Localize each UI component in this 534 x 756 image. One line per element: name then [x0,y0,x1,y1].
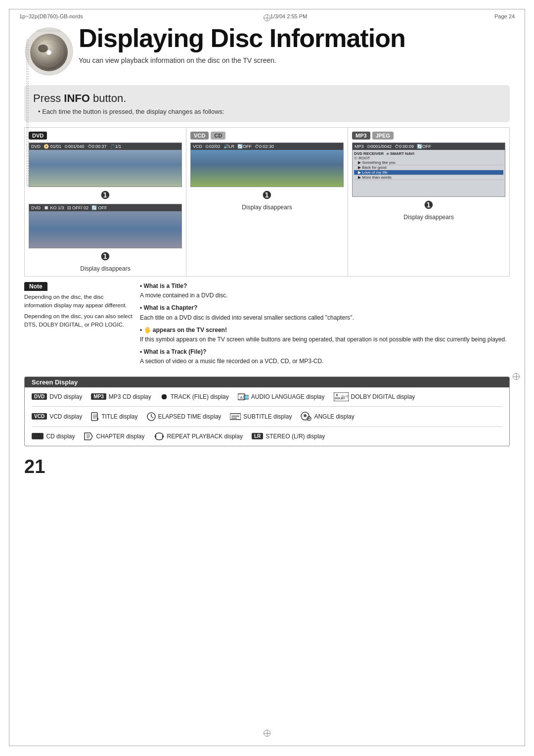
mp3-panel: MP3 JPEG MP3⊙0001/0042⏱0:00:09🔄OFF DVD R… [348,128,509,276]
sd-mp3-label: MP3 CD display [109,393,151,400]
dvd-screen2-bar: DVD🔲 KO 1/3⊟ OFF/ 02🔄 OFF [29,204,181,211]
mp3-display-disappears: Display disappears [352,214,505,221]
dvd-screen2: DVD🔲 KO 1/3⊟ OFF/ 02🔄 OFF [29,204,182,248]
meta-page: Page 24 [494,13,515,19]
note-body: Depending on the disc, the disc informat… [24,293,133,329]
panels-row: DVD DVD📀 01/01⊙001/040⏱0:00:37🎵1/1 ❶ DVD… [24,127,510,277]
mp3-screen-list: DVD RECEIVER e SMART NAVI ⊂ ROOT ▶ Somet… [353,150,505,196]
note-box: Note Depending on the disc, the disc inf… [24,282,133,370]
svg-text:🌐: 🌐 [244,395,248,399]
sd-angle-label: ANGLE display [314,413,354,420]
track-icon: ⏺ [160,392,168,401]
title-icon [91,412,99,421]
meta-date: 1/3/04 2:55 PM [270,13,308,19]
mp3-item2: ▶ Back for good [354,165,503,170]
info-section: Press INFO button. • Each time the butto… [24,85,510,122]
sd-vcd-label: VCD display [49,413,82,420]
sd-chapter-label: CHAPTER display [96,433,144,440]
fact-track-label: • What is a Track (File)? [140,348,206,355]
sd-divider-2 [32,426,502,427]
title-block: Displaying Disc Information You can view… [79,24,510,64]
dvd-screen1-bar: DVD📀 01/01⊙001/040⏱0:00:37🎵1/1 [29,143,181,150]
sd-divider-1 [32,406,502,407]
sd-row-2: VCD VCD display TITLE display [32,412,502,422]
vcd-screen1: VCD⊙02/02🔊LR🔄OFF⏱0:02:30 [190,142,344,187]
fact-title-label: • What is a Title? [140,283,187,289]
dvd-display-disappears: Display disappears [29,265,182,272]
angle-icon [301,412,312,422]
fact-chapter-label: • What is a Chapter? [140,304,197,311]
mp3-screen1-bar: MP3⊙0001/0042⏱0:00:09🔄OFF [353,143,505,150]
sd-elapsed-label: ELAPSED TIME display [158,413,222,420]
sd-cd-badge: CD [32,433,44,439]
fact-track-text: A section of video or a music file recor… [140,358,323,365]
sd-row-3: CD CD display CHAPTER display [32,432,502,441]
page-number: 21 [9,451,525,482]
sd-cd-label: CD display [46,433,75,440]
dvd-landscape1 [29,150,181,187]
svg-point-30 [304,414,307,417]
mp3-badge: MP3 [352,132,370,140]
sd-title-label: TITLE display [101,413,137,420]
dvd-landscape2 [29,211,181,248]
sd-dvd-badge: DVD [32,393,47,400]
note-point-2: Depending on the disc, you can also sele… [24,312,133,330]
dolby-icon: X DOLBY D·I·G·I·T·A·L [334,392,349,401]
svg-point-7 [46,50,51,55]
fact-track: • What is a Track (File)? A section of v… [140,347,510,366]
elapsed-icon [147,412,156,421]
sd-stereo-label: STEREO (L/R) display [266,433,325,440]
sd-dolby-label: DOLBY DIGITAL display [351,393,415,400]
sd-subtitle: SUBTITLE display [230,413,292,421]
svg-line-25 [151,417,153,418]
binary-decoration: 0101010101010101010101010101010101010101… [18,39,29,188]
fact-chapter-text: Each title on a DVD disc is divided into… [140,314,354,321]
sd-row-1: DVD DVD display MP3 MP3 CD display ⏺ TRA… [32,392,502,401]
mp3-item4: ▶ More than words [354,175,503,180]
sd-track: ⏺ TRACK (FILE) display [160,392,229,401]
press-info-title: Press INFO button. [33,92,501,105]
vcd-arrow1: ❶ [190,189,344,202]
subtitle-icon [230,413,241,421]
main-title: Displaying Disc Information [79,24,510,52]
svg-point-32 [309,418,310,419]
page-border: 1p~32p(DB760)-GB-nords 1/3/04 2:55 PM Pa… [9,9,525,746]
svg-marker-22 [97,417,99,420]
dvd-arrow1: ❶ [29,189,182,202]
vcd-display-disappears: Display disappears [190,204,344,211]
fact-chapter: • What is a Chapter? Each title on a DVD… [140,303,510,322]
screen-display-section: Screen Display DVD DVD display MP3 MP3 C… [24,377,510,446]
sd-title: TITLE display [91,412,137,421]
press-info-suffix: button. [90,92,126,104]
mp3-screen1: MP3⊙0001/0042⏱0:00:09🔄OFF DVD RECEIVER e… [352,142,505,197]
vcd-screen1-bar: VCD⊙02/02🔊LR🔄OFF⏱0:02:30 [191,143,343,150]
sd-subtitle-label: SUBTITLE display [243,413,292,420]
sd-vcd: VCD VCD display [32,413,82,420]
top-crosshair [264,14,270,21]
sd-repeat-label: REPEAT PLAYBACK display [167,433,243,440]
fact-hand-icon: • 🖐 appears on the TV screen! If this sy… [140,326,510,344]
sd-vcd-badge: VCD [32,413,47,420]
sd-track-label: TRACK (FILE) display [171,393,229,400]
dvd-badge: DVD [29,132,47,140]
sd-audio: A 🌐 AUDIO LANGUAGE display [238,393,325,401]
svg-point-9 [40,46,44,49]
sd-stereo: LR STEREO (L/R) display [252,433,325,440]
sd-cd: CD CD display [32,433,75,440]
note-title: Note [24,282,47,291]
header-section: 010101010101010101 010101010101010101010… [9,19,525,76]
chapter-icon [84,432,93,441]
right-crosshair [513,373,520,380]
sd-chapter: CHAPTER display [84,432,144,441]
vcd-landscape [191,150,343,187]
sd-elapsed: ELAPSED TIME display [147,412,222,421]
screen-display-header: Screen Display [25,377,509,387]
press-info-label: Press [33,92,64,104]
mp3-item1: ▶ Something like you [354,160,503,165]
header-subtitle: You can view playback information on the… [79,56,510,64]
vcd-badge-row: VCD CD [190,132,344,140]
cd-badge: CD [211,132,225,140]
audio-lang-icon: A 🌐 [238,393,249,401]
bottom-crosshair [264,730,270,737]
jpeg-badge: JPEG [372,132,394,140]
